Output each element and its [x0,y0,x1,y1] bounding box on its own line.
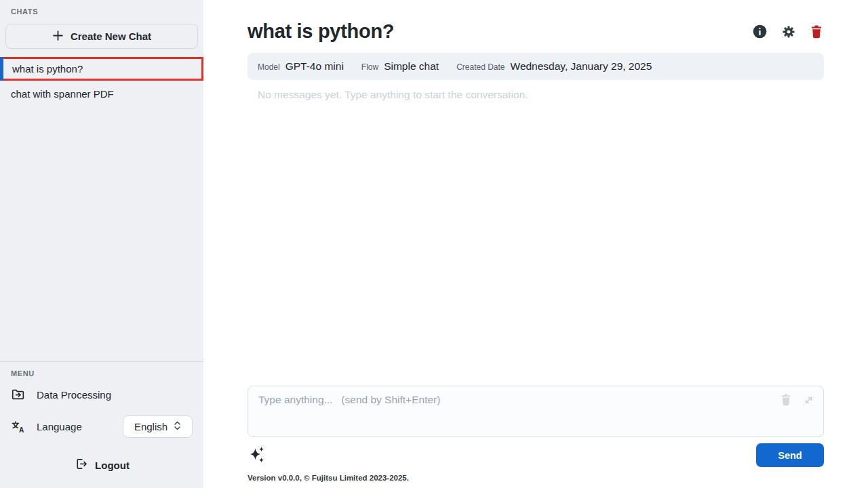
created-date-value: Wednesday, January 29, 2025 [511,60,652,73]
clear-input-button[interactable] [779,392,793,407]
flow-value: Simple chat [384,60,439,73]
expand-input-button[interactable] [802,394,815,407]
chat-list: what is python? chat with spanner PDF [0,57,203,105]
main-spacer [248,101,824,386]
chat-item-label: what is python? [12,63,83,75]
chat-main-panel: what is python? [203,0,868,488]
title-actions [751,23,824,41]
title-row: what is python? [248,20,824,43]
selected-indicator-bar [0,57,3,81]
model-label: Model [258,62,280,72]
chat-list-item-selected[interactable]: what is python? [3,57,203,81]
chevron-updown-icon [174,420,181,433]
svg-text:A: A [19,426,24,434]
meta-flow: Flow Simple chat [361,60,439,73]
ai-suggest-button[interactable] [248,445,268,466]
model-value: GPT-4o mini [285,60,344,73]
delete-chat-button[interactable] [809,24,824,40]
chat-title: what is python? [248,20,394,43]
menu-item-language: A Language English [0,409,203,445]
expand-icon [804,395,814,405]
language-select[interactable]: English [123,415,193,438]
chat-item-label: chat with spanner PDF [11,88,114,100]
logout-icon [74,457,88,473]
sparkles-icon [249,446,267,465]
empty-conversation-message: No messages yet. Type anything to start … [248,89,824,101]
settings-button[interactable] [780,23,797,41]
menu-header: MENU [0,362,203,380]
send-button[interactable]: Send [756,443,824,467]
menu-item-data-processing[interactable]: Data Processing [0,380,203,409]
language-select-value: English [134,421,167,432]
message-input[interactable] [248,386,823,436]
sidebar-spacer [0,105,203,361]
folder-export-icon [11,387,26,402]
gear-icon [781,24,796,39]
data-processing-label: Data Processing [37,389,111,401]
create-new-chat-button[interactable]: Create New Chat [5,24,198,49]
logout-button[interactable]: Logout [0,445,203,488]
trash-icon [810,25,823,39]
language-label: Language [37,421,82,432]
message-input-box [248,386,824,437]
plus-icon [52,30,64,43]
chats-header: CHATS [0,0,203,18]
created-date-label: Created Date [456,62,505,72]
composer-bottom-row: Send [248,443,824,467]
input-actions [779,392,815,407]
trash-icon [781,394,791,406]
chat-meta-bar: Model GPT-4o mini Flow Simple chat Creat… [248,53,824,80]
meta-created-date: Created Date Wednesday, January 29, 2025 [456,60,652,73]
flow-label: Flow [361,62,378,72]
translate-icon: A [11,420,26,434]
version-footer: Version v0.0.0, © Fujitsu Limited 2023-2… [248,474,824,482]
logout-label: Logout [95,460,130,471]
info-icon [753,24,767,39]
create-new-chat-label: Create New Chat [71,30,151,42]
meta-model: Model GPT-4o mini [258,60,344,73]
info-button[interactable] [751,23,768,40]
sidebar: CHATS Create New Chat what is python? ch… [0,0,203,488]
chat-list-item[interactable]: chat with spanner PDF [0,83,203,105]
